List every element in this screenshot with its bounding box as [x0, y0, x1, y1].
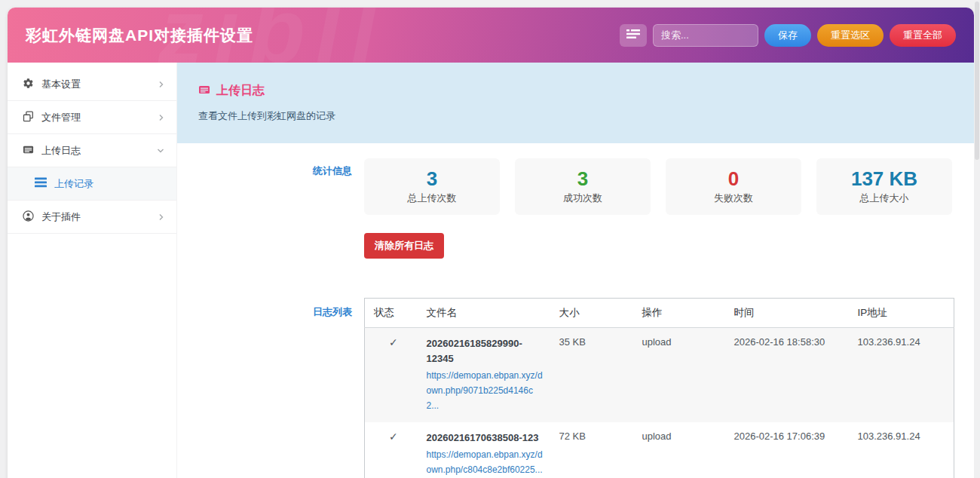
header-controls: 保存 重置选区 重置全部 [620, 24, 956, 47]
main-content: 上传日志 查看文件上传到彩虹网盘的记录 统计信息 3 总上传次数 3 [177, 63, 974, 478]
copy-icon [23, 111, 34, 124]
filename-cell: 20260216170638508-123 https://demopan.eb… [418, 422, 550, 478]
section-description: 查看文件上传到彩虹网盘的记录 [198, 109, 953, 123]
scrollbar-thumb[interactable] [975, 2, 979, 160]
chevron-right-icon [158, 213, 164, 221]
table-row: ✓ 20260216185829990-12345 https://demopa… [365, 328, 954, 422]
col-action: 操作 [633, 299, 725, 328]
stat-card-success-count: 3 成功次数 [515, 158, 651, 215]
sidebar-item-basic-settings[interactable]: 基本设置 [8, 68, 176, 101]
stat-label: 总上传大小 [860, 192, 909, 205]
file-link[interactable]: https://demopan.ebpan.xyz/down.php/c804c… [427, 448, 546, 478]
reset-all-button[interactable]: 重置全部 [890, 24, 956, 47]
plugin-settings-panel: zibll 彩虹外链网盘API对接插件设置 保存 重置选区 重置全部 [8, 8, 974, 478]
page-scrollbar[interactable] [974, 0, 980, 478]
stat-card-total-uploads: 3 总上传次数 [364, 158, 500, 215]
log-table: 状态 文件名 大小 操作 时间 IP地址 ✓ [364, 298, 954, 478]
sidebar-item-label: 上传记录 [54, 177, 93, 191]
file-size: 35 KB [550, 328, 633, 422]
col-filename: 文件名 [418, 299, 550, 328]
chevron-right-icon [158, 81, 164, 88]
sidebar-item-label: 文件管理 [41, 111, 81, 124]
gear-icon [23, 78, 34, 91]
file-action: upload [633, 422, 725, 478]
stat-card-total-size: 137 KB 总上传大小 [816, 158, 952, 215]
sidebar: 基本设置 文件管理 上传日志 [8, 63, 177, 478]
stats-label: 统计信息 [177, 158, 364, 215]
chevron-down-icon [157, 148, 164, 154]
log-card-icon [198, 84, 210, 99]
menu-list-icon [626, 29, 640, 41]
sidebar-item-label: 基本设置 [41, 78, 81, 91]
stat-cards: 3 总上传次数 3 成功次数 0 失败次数 137 KB [364, 158, 952, 215]
clear-all-logs-button[interactable]: 清除所有日志 [364, 233, 444, 259]
log-card-icon [23, 144, 34, 158]
search-input[interactable] [653, 24, 758, 47]
page-title: 彩虹外链网盘API对接插件设置 [26, 25, 253, 46]
save-button[interactable]: 保存 [764, 24, 811, 47]
sidebar-item-label: 关于插件 [41, 210, 81, 224]
stat-value: 3 [427, 168, 437, 190]
log-list-row: 日志列表 状态 文件名 大小 操作 时间 [177, 298, 974, 478]
sidebar-item-about-plugin[interactable]: 关于插件 [8, 201, 176, 234]
col-status: 状态 [365, 299, 418, 328]
stat-label: 总上传次数 [408, 192, 457, 205]
chevron-right-icon [158, 114, 164, 121]
menu-toggle-button[interactable] [620, 24, 647, 47]
section-banner: 上传日志 查看文件上传到彩虹网盘的记录 [177, 63, 974, 143]
section-title: 上传日志 [216, 83, 265, 99]
file-action: upload [633, 328, 725, 422]
upload-time: 2026-02-16 17:06:39 [725, 422, 849, 478]
stat-label: 成功次数 [563, 192, 602, 205]
stat-value: 3 [577, 168, 588, 190]
stat-value: 0 [728, 168, 739, 190]
file-name: 20260216185829990-12345 [427, 336, 546, 366]
stat-value: 137 KB [851, 168, 917, 190]
user-icon [23, 210, 34, 224]
file-size: 72 KB [550, 422, 633, 478]
col-size: 大小 [550, 299, 633, 328]
sidebar-item-upload-records[interactable]: 上传记录 [8, 167, 176, 201]
status-success-icon: ✓ [365, 328, 418, 422]
sidebar-item-label: 上传日志 [41, 144, 81, 158]
reset-section-button[interactable]: 重置选区 [817, 24, 884, 47]
log-list-label: 日志列表 [177, 298, 364, 478]
col-time: 时间 [725, 299, 849, 328]
table-header-row: 状态 文件名 大小 操作 时间 IP地址 [365, 299, 954, 328]
ip-address: 103.236.91.24 [849, 328, 954, 422]
ip-address: 103.236.91.24 [849, 422, 954, 478]
filename-cell: 20260216185829990-12345 https://demopan.… [418, 328, 550, 422]
sidebar-item-upload-log[interactable]: 上传日志 [8, 134, 176, 167]
stats-row: 统计信息 3 总上传次数 3 成功次数 0 失败次数 [177, 158, 974, 215]
stat-label: 失败次数 [714, 192, 753, 205]
sidebar-item-file-management[interactable]: 文件管理 [8, 101, 176, 134]
stat-card-fail-count: 0 失败次数 [666, 158, 801, 215]
file-name: 20260216170638508-123 [427, 431, 546, 446]
list-icon [35, 177, 47, 190]
status-success-icon: ✓ [365, 422, 418, 478]
upload-time: 2026-02-16 18:58:30 [725, 328, 849, 422]
col-ip: IP地址 [849, 299, 954, 328]
table-row: ✓ 20260216170638508-123 https://demopan.… [365, 422, 954, 478]
header: zibll 彩虹外链网盘API对接插件设置 保存 重置选区 重置全部 [8, 8, 974, 63]
file-link[interactable]: https://demopan.ebpan.xyz/down.php/9071b… [427, 369, 546, 413]
